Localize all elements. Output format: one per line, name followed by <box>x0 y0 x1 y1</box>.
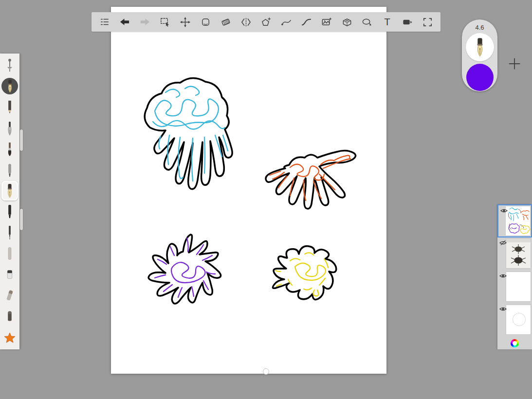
fountain-pen-icon <box>6 79 14 93</box>
brush-size-value[interactable]: 4.6 <box>475 24 484 32</box>
add-layer-button[interactable] <box>506 55 523 72</box>
pentagon-plus-icon <box>260 17 272 28</box>
text-tool-button[interactable]: T <box>381 14 394 30</box>
split-stroke-button[interactable] <box>239 14 253 30</box>
pin-tool-icon <box>4 57 16 73</box>
ink-nib-icon <box>4 121 16 136</box>
curve-button[interactable] <box>280 14 293 30</box>
select-button[interactable] <box>159 14 172 30</box>
airbrush-icon <box>4 163 16 178</box>
brush-settings-panel: 4.6 <box>462 19 497 91</box>
split-chevrons-icon <box>240 17 252 28</box>
color-wheel-center <box>513 341 517 345</box>
eraser-icon <box>4 267 16 282</box>
hatch-eraser-button[interactable] <box>219 14 232 30</box>
background-color-circle <box>513 313 525 326</box>
undo-arrow-icon <box>119 17 130 27</box>
tool-blender[interactable] <box>0 285 19 306</box>
paint-brush-icon <box>4 142 16 157</box>
top-toolbar: T <box>92 12 440 32</box>
insert-image-button[interactable] <box>320 14 333 30</box>
blender-icon <box>4 288 16 303</box>
redo-arrow-icon <box>139 17 150 27</box>
eye-icon[interactable] <box>499 273 507 280</box>
frame-button[interactable] <box>421 14 434 30</box>
eye-open-icon <box>500 208 508 214</box>
doodle-outline <box>266 150 356 209</box>
eye-open-icon <box>499 306 507 312</box>
curve-dot-icon <box>281 17 292 28</box>
eye-off-icon <box>499 240 507 246</box>
doodle-crab <box>255 143 360 214</box>
perspective-grid-button[interactable] <box>340 14 353 30</box>
photo-plus-icon <box>321 17 332 28</box>
layer-row-photo[interactable] <box>497 237 532 271</box>
color-wheel-icon[interactable] <box>511 339 519 347</box>
move-button[interactable] <box>179 14 192 30</box>
color-swatch[interactable] <box>466 64 494 91</box>
color-wheel-row <box>497 337 532 349</box>
move-arrows-icon <box>180 17 191 28</box>
undo-button[interactable] <box>118 14 131 30</box>
tool-group-handle[interactable] <box>20 129 23 151</box>
eraser-block-icon <box>200 17 211 28</box>
tool-ink-pen[interactable] <box>0 118 19 139</box>
canvas-resize-handle[interactable] <box>263 368 269 375</box>
tool-paint-brush[interactable] <box>0 139 19 160</box>
layer-thumbnail <box>506 272 531 301</box>
eye-icon[interactable] <box>499 240 507 247</box>
tool-pin[interactable] <box>0 55 19 75</box>
list-icon <box>99 17 110 27</box>
tool-marker[interactable] <box>0 201 19 222</box>
ellipse-pen-icon <box>361 17 373 28</box>
current-tool-circle <box>1 78 18 94</box>
favorites-star-icon <box>4 332 16 344</box>
layer-thumbnail <box>506 305 531 334</box>
tool-fountain-pen[interactable] <box>1 181 18 200</box>
tool-pencil[interactable] <box>0 97 19 117</box>
layer-row-creatures[interactable] <box>497 204 532 237</box>
layer-row-empty[interactable] <box>497 271 532 304</box>
drawing-app: T <box>0 0 532 399</box>
text-T-icon: T <box>384 17 390 27</box>
layers-panel <box>497 204 532 349</box>
tool-pastel[interactable] <box>0 243 19 264</box>
menu-button[interactable] <box>98 14 111 30</box>
striped-parallelogram-icon <box>220 17 232 28</box>
marquee-select-icon <box>160 17 171 28</box>
tool-favorites[interactable] <box>0 327 19 348</box>
canvas-page[interactable] <box>111 7 386 374</box>
plus-icon <box>508 57 521 71</box>
duplicate-shape-button[interactable] <box>259 14 273 30</box>
tool-eraser[interactable] <box>0 264 19 285</box>
reference-photo-thumbnail <box>506 239 531 268</box>
current-brush-button[interactable] <box>466 33 494 61</box>
spline-button[interactable] <box>300 14 313 30</box>
marker-icon <box>4 204 16 219</box>
tool-fineliner[interactable] <box>0 222 19 243</box>
tool-rail <box>0 54 19 349</box>
eye-icon[interactable] <box>499 306 507 313</box>
media-card-icon <box>402 17 413 28</box>
eye-icon[interactable] <box>500 208 508 215</box>
shapes-button[interactable] <box>361 14 374 30</box>
frame-corners-icon <box>422 17 433 28</box>
media-button[interactable] <box>401 14 414 30</box>
fineliner-icon <box>4 225 16 240</box>
s-curve-icon <box>301 17 312 28</box>
doodle-spiky <box>138 228 226 307</box>
pencil-icon <box>4 99 16 115</box>
tool-group-handle[interactable] <box>20 209 23 230</box>
tool-bullet-marker[interactable] <box>0 307 19 327</box>
doodle-outline <box>148 235 220 304</box>
doodle-outline <box>145 78 232 189</box>
doodle-jellyfish <box>131 73 241 192</box>
redo-button[interactable] <box>138 14 151 30</box>
layer-thumbnail <box>506 206 530 236</box>
bullet-marker-icon <box>4 309 16 325</box>
tool-airbrush[interactable] <box>0 160 19 181</box>
eraser-button[interactable] <box>199 14 212 30</box>
layer-row-background[interactable] <box>497 304 532 337</box>
eye-open-icon <box>499 273 507 279</box>
tool-current-preview[interactable] <box>0 76 19 96</box>
